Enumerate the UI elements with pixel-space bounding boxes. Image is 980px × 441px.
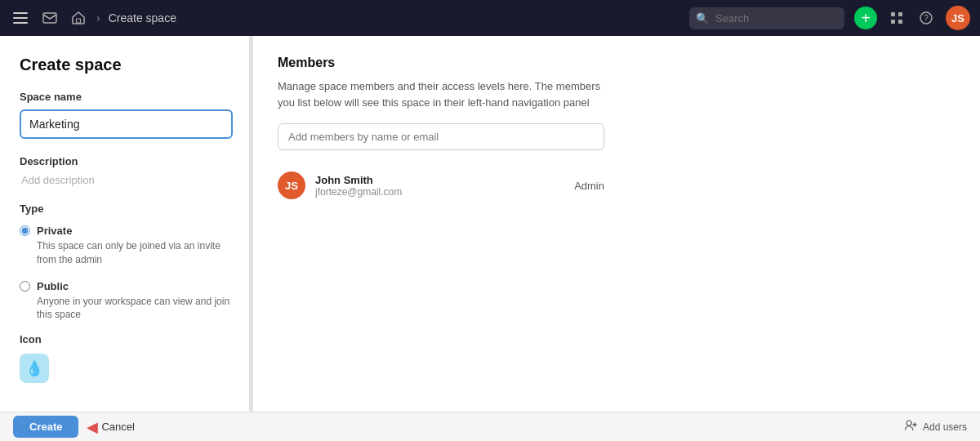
breadcrumb-label: Create space xyxy=(109,11,176,24)
home-icon[interactable] xyxy=(69,8,88,28)
add-users-link[interactable]: Add users xyxy=(923,421,967,433)
top-navigation: › Create space 🔍 + ? JS xyxy=(0,0,980,36)
search-input[interactable] xyxy=(689,7,844,29)
main-content: Create space Space name Description Add … xyxy=(0,36,980,412)
private-radio[interactable] xyxy=(20,225,30,236)
search-icon: 🔍 xyxy=(696,12,709,24)
page-title: Create space xyxy=(20,56,233,74)
left-panel: Create space Space name Description Add … xyxy=(0,36,253,412)
svg-rect-4 xyxy=(77,19,81,23)
space-name-input[interactable] xyxy=(20,109,233,139)
svg-rect-3 xyxy=(43,13,56,23)
private-label[interactable]: Private xyxy=(37,225,72,237)
svg-rect-5 xyxy=(891,12,895,16)
mail-icon[interactable] xyxy=(39,9,60,27)
private-desc: This space can only be joined via an inv… xyxy=(37,239,233,267)
breadcrumb-separator: › xyxy=(96,11,100,24)
member-name: John Smith xyxy=(315,174,564,186)
add-users-icon xyxy=(905,420,918,434)
space-name-label: Space name xyxy=(20,91,233,103)
public-radio[interactable] xyxy=(20,281,30,292)
public-desc: Anyone in your workspace can view and jo… xyxy=(37,295,233,323)
member-email: jforteze@gmail.com xyxy=(315,186,564,198)
description-placeholder[interactable]: Add description xyxy=(20,174,233,186)
svg-text:?: ? xyxy=(924,14,929,23)
member-row: JS John Smith jforteze@gmail.com Admin xyxy=(278,167,604,204)
icon-label: Icon xyxy=(20,333,233,345)
cancel-arrow-icon: ◀ xyxy=(87,418,98,436)
member-info: John Smith jforteze@gmail.com xyxy=(315,174,564,198)
icon-preview[interactable]: 💧 xyxy=(20,354,49,383)
add-button[interactable]: + xyxy=(854,7,877,29)
bottom-bar: Create ◀ Cancel Add users xyxy=(0,412,980,441)
help-icon[interactable]: ? xyxy=(916,8,936,28)
svg-rect-8 xyxy=(898,20,902,24)
right-panel: Members Manage space members and their a… xyxy=(253,36,980,412)
member-role: Admin xyxy=(574,180,604,192)
member-avatar: JS xyxy=(278,172,305,199)
menu-button[interactable] xyxy=(10,9,31,27)
public-option: Public Anyone in your workspace can view… xyxy=(20,278,233,323)
private-option: Private This space can only be joined vi… xyxy=(20,223,233,267)
add-users-area: Add users xyxy=(905,420,967,434)
svg-rect-0 xyxy=(13,12,28,14)
members-description: Manage space members and their access le… xyxy=(278,78,604,110)
svg-rect-6 xyxy=(898,12,902,16)
svg-rect-7 xyxy=(891,20,895,24)
user-avatar[interactable]: JS xyxy=(946,6,970,30)
bottom-actions: Create ◀ Cancel xyxy=(13,416,135,438)
apps-grid-icon[interactable] xyxy=(887,8,906,28)
cancel-label: Cancel xyxy=(101,421,134,433)
create-button[interactable]: Create xyxy=(13,416,78,438)
search-container: 🔍 xyxy=(689,7,844,29)
public-label[interactable]: Public xyxy=(37,280,69,292)
svg-rect-2 xyxy=(13,22,28,24)
members-title: Members xyxy=(278,56,956,70)
add-members-input[interactable] xyxy=(278,123,604,150)
description-label: Description xyxy=(20,155,233,167)
type-label: Type xyxy=(20,203,233,215)
svg-point-11 xyxy=(906,421,911,425)
icon-symbol: 💧 xyxy=(25,359,43,377)
cancel-button[interactable]: ◀ Cancel xyxy=(87,418,134,436)
svg-rect-1 xyxy=(13,17,28,19)
